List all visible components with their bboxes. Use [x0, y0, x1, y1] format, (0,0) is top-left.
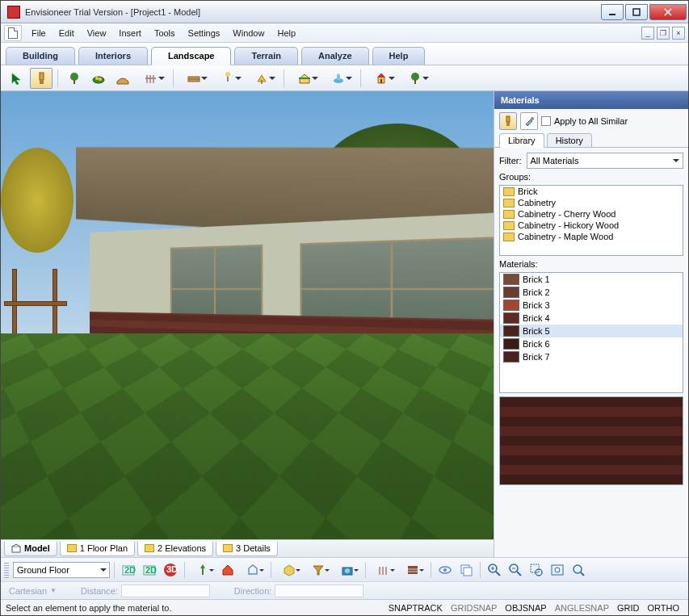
minimize-button[interactable] — [601, 4, 624, 20]
folder-icon — [223, 544, 233, 552]
edging-tool[interactable] — [111, 68, 134, 89]
view-tab-label: 1 Floor Plan — [80, 542, 128, 555]
3d-view[interactable] — [1, 91, 494, 539]
subtab-history[interactable]: History — [547, 133, 592, 147]
layers-button[interactable] — [456, 560, 476, 580]
menu-bar: File Edit View Insert Tools Settings Win… — [1, 23, 688, 43]
plant-tool[interactable] — [63, 68, 86, 89]
zoom-fit-button[interactable] — [548, 560, 567, 580]
tab-building[interactable]: Building — [6, 47, 75, 65]
deck-tool[interactable] — [179, 68, 211, 89]
fence-tool[interactable] — [136, 68, 168, 89]
svg-rect-44 — [464, 568, 472, 576]
mdi-minimize-button[interactable]: _ — [641, 27, 654, 40]
view-tab-label: 2 Elevations — [158, 542, 206, 555]
materials-panel-title: Materials — [494, 91, 688, 109]
materials-label: Materials: — [499, 259, 683, 269]
svg-rect-12 — [145, 78, 156, 79]
paintbrush-mode-button[interactable] — [499, 112, 517, 130]
folder-icon — [503, 221, 515, 230]
snapshot-button[interactable] — [334, 560, 361, 580]
groups-label: Groups: — [499, 172, 683, 182]
view-tab-label: Model — [24, 542, 50, 555]
exterior-structure-tool[interactable] — [289, 68, 321, 89]
snap-grid[interactable]: GRID — [613, 603, 644, 613]
3d-view-button[interactable]: 3D — [161, 560, 180, 580]
zoom-out-button[interactable] — [506, 560, 525, 580]
mdi-restore-button[interactable]: ❐ — [657, 27, 670, 40]
exterior-accessory-tool[interactable] — [366, 68, 398, 89]
tree-graphic — [1, 148, 74, 253]
snap-objsnap[interactable]: OBJSNAP — [501, 603, 550, 613]
distance-label: Distance: — [81, 586, 118, 596]
display-filter-button[interactable] — [305, 560, 332, 580]
menu-settings[interactable]: Settings — [182, 25, 227, 41]
texture-display-button[interactable] — [399, 560, 426, 580]
snap-ortho[interactable]: ORTHO — [643, 603, 683, 613]
menu-view[interactable]: View — [81, 25, 113, 41]
location-selector[interactable]: Ground Floor — [13, 562, 110, 578]
apply-all-checkbox[interactable] — [541, 116, 551, 126]
mdi-close-button[interactable]: × — [672, 27, 685, 40]
svg-point-8 — [99, 78, 102, 81]
fence-display-button[interactable] — [370, 560, 397, 580]
snap-gridsnap[interactable]: GRIDSNAP — [447, 603, 501, 613]
subtab-library[interactable]: Library — [499, 133, 544, 147]
toolbar-grip[interactable] — [4, 562, 9, 578]
snap-anglesnap[interactable]: ANGLESNAP — [551, 603, 613, 613]
tab-landscape[interactable]: Landscape — [151, 47, 231, 65]
system-menu-button[interactable] — [4, 25, 22, 41]
navigate-tool[interactable] — [189, 560, 216, 580]
exterior-lighting-tool[interactable] — [212, 68, 245, 89]
group-item: Cabinetry - Maple Wood — [500, 231, 683, 242]
garden-bed-tool[interactable] — [87, 68, 110, 89]
select-tool[interactable] — [6, 68, 28, 89]
groups-listbox[interactable]: Brick Cabinetry Cabinetry - Cherry Wood … — [499, 185, 683, 256]
exterior-furniture-tool[interactable] — [246, 68, 279, 89]
menu-help[interactable]: Help — [271, 25, 302, 41]
2d-plan-button[interactable]: 2D — [119, 560, 138, 580]
coordinate-bar: Cartesian▼ Distance: Direction: — [1, 581, 688, 599]
view-tab-details[interactable]: 3 Details — [216, 542, 278, 556]
orbit-tool[interactable] — [239, 560, 267, 580]
tab-help[interactable]: Help — [372, 47, 426, 65]
maximize-button[interactable] — [625, 4, 648, 20]
coord-mode[interactable]: Cartesian — [9, 586, 47, 596]
distance-input[interactable] — [121, 585, 210, 597]
view-elements-button[interactable] — [435, 560, 455, 580]
home-view-button[interactable] — [218, 560, 237, 580]
zoom-previous-button[interactable] — [569, 560, 588, 580]
svg-text:2D: 2D — [124, 565, 136, 575]
svg-point-21 — [411, 73, 419, 81]
tab-interiors[interactable]: Interiors — [78, 47, 148, 65]
title-bar: Envisioneer Trial Version - [Project1 - … — [1, 1, 688, 23]
paint-material-tool[interactable] — [30, 68, 53, 89]
zoom-window-button[interactable] — [527, 560, 546, 580]
water-feature-tool[interactable] — [323, 68, 355, 89]
material-item: Brick 3 — [500, 299, 683, 312]
menu-edit[interactable]: Edit — [53, 25, 81, 41]
svg-rect-25 — [506, 122, 510, 126]
tab-analyze[interactable]: Analyze — [301, 47, 369, 65]
view-tab-elevations[interactable]: 2 Elevations — [137, 542, 213, 556]
tab-terrain[interactable]: Terrain — [234, 47, 297, 65]
view-tab-model[interactable]: Model — [4, 542, 57, 556]
menu-file[interactable]: File — [25, 25, 53, 41]
close-button[interactable] — [649, 4, 687, 20]
view-tab-floorplan[interactable]: 1 Floor Plan — [60, 542, 135, 556]
eyedropper-mode-button[interactable] — [520, 112, 538, 130]
snap-snaptrack[interactable]: SNAPTRACK — [384, 603, 447, 613]
render-mode-button[interactable] — [275, 560, 303, 580]
menu-tools[interactable]: Tools — [148, 25, 182, 41]
direction-input[interactable] — [275, 585, 363, 597]
irrigation-tool[interactable] — [400, 68, 432, 89]
svg-rect-22 — [414, 80, 416, 84]
menu-insert[interactable]: Insert — [112, 25, 148, 41]
window-title: Envisioneer Trial Version - [Project1 - … — [25, 7, 599, 17]
zoom-in-button[interactable] — [485, 560, 504, 580]
menu-window[interactable]: Window — [226, 25, 271, 41]
filter-label: Filter: — [499, 156, 522, 166]
materials-listbox[interactable]: Brick 1 Brick 2 Brick 3 Brick 4 Brick 5 … — [499, 272, 683, 393]
2d-designer-button[interactable]: 2D — [140, 560, 159, 580]
filter-select[interactable]: All Materials — [527, 153, 684, 169]
